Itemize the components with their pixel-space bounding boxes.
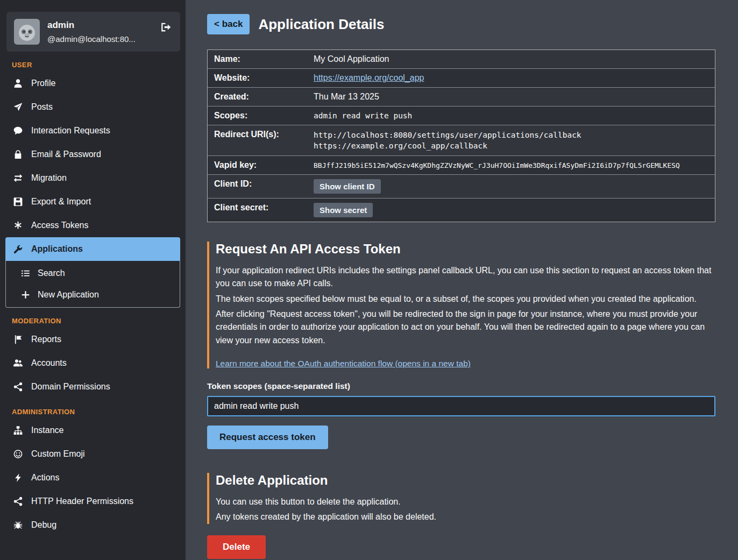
applications-submenu: Search New Application (5, 261, 180, 308)
sidebar-item-profile[interactable]: Profile (5, 72, 180, 95)
sidebar-item-accounts[interactable]: Accounts (5, 351, 180, 375)
bug-icon (13, 520, 23, 530)
detail-value: Show secret (307, 199, 715, 222)
sidebar-item-label: Interaction Requests (31, 125, 110, 136)
sidebar-item-label: Export & Import (31, 196, 91, 207)
sidebar-item-label: Instance (31, 425, 63, 436)
avatar (14, 19, 40, 45)
website-link[interactable]: https://example.org/cool_app (314, 73, 424, 83)
comment-icon (13, 126, 23, 136)
floppy-icon (13, 197, 23, 207)
sidebar: admin @admin@localhost:80... USER Profil… (0, 0, 186, 560)
user-card: admin @admin@localhost:80... (6, 12, 180, 52)
back-button[interactable]: < back (207, 14, 250, 34)
paper-plane-icon (13, 102, 23, 112)
sidebar-item-label: Migration (31, 173, 67, 183)
sidebar-item-interaction-requests[interactable]: Interaction Requests (5, 119, 180, 143)
detail-row-redirect-uris: Redirect URI(s): http://localhost:8080/s… (208, 125, 715, 156)
detail-row-client-secret: Client secret: Show secret (208, 199, 715, 222)
delete-paragraph: You can use this button to delete the ap… (216, 495, 715, 508)
redirect-uri: http://localhost:8080/settings/user/appl… (314, 130, 708, 140)
application-details-table: Name: My Cool Application Website: https… (207, 49, 715, 222)
main-content: < back Application Details Name: My Cool… (186, 0, 738, 560)
lock-icon (13, 150, 23, 159)
sidebar-item-domain-permissions[interactable]: Domain Permissions (5, 375, 180, 399)
detail-label: Scopes: (208, 107, 307, 125)
request-token-section: Request An API Access Token If your appl… (207, 242, 715, 368)
sidebar-item-label: Email & Password (31, 149, 101, 160)
detail-label: Vapid key: (208, 156, 307, 174)
detail-value: BBJffJ219b5iE512m7wQSzv4KgKDhgZZVzNyWC_r… (307, 156, 715, 174)
detail-value: My Cool Application (307, 50, 715, 68)
detail-label: Name: (208, 50, 307, 68)
sidebar-item-export-import[interactable]: Export & Import (5, 190, 180, 214)
delete-application-section: Delete Application You can use this butt… (207, 473, 715, 524)
sidebar-item-debug[interactable]: Debug (5, 513, 180, 537)
sidebar-item-label: Search (38, 268, 65, 279)
sidebar-item-label: New Application (38, 289, 99, 300)
list-icon (20, 268, 31, 278)
sidebar-item-label: HTTP Header Permissions (31, 496, 133, 507)
token-scopes-input[interactable] (207, 396, 715, 416)
sidebar-item-label: Reports (31, 334, 61, 345)
sidebar-item-migration[interactable]: Migration (5, 166, 180, 190)
detail-label: Website: (208, 69, 307, 87)
request-token-paragraph: The token scopes specified below must be… (216, 293, 715, 306)
wrench-icon (13, 244, 23, 254)
oauth-docs-link[interactable]: Learn more about the OAuth authenticatio… (216, 359, 471, 368)
delete-button[interactable]: Delete (207, 535, 266, 559)
user-icon (13, 79, 23, 88)
detail-row-scopes: Scopes: admin read write push (208, 107, 715, 125)
page-header: < back Application Details (207, 14, 715, 34)
sidebar-item-email-password[interactable]: Email & Password (5, 143, 180, 166)
sidebar-item-label: Applications (31, 244, 83, 254)
detail-row-created: Created: Thu Mar 13 2025 (208, 88, 715, 107)
sidebar-nav-moderation: Reports Accounts Domain Permissions (0, 328, 186, 399)
token-scopes-label: Token scopes (space-separated list) (207, 381, 715, 391)
detail-value: Thu Mar 13 2025 (307, 88, 715, 106)
detail-row-client-id: Client ID: Show client ID (208, 175, 715, 199)
show-secret-button[interactable]: Show secret (314, 203, 373, 217)
user-meta: admin @admin@localhost:80... (47, 20, 136, 44)
redirect-uri: https://example.org/cool_app/callback (314, 140, 708, 151)
detail-value: admin read write push (307, 107, 715, 125)
request-token-paragraph: After clicking "Request access token", y… (216, 308, 715, 347)
sidebar-item-applications[interactable]: Applications (5, 237, 180, 261)
user-name: admin (47, 20, 136, 31)
sidebar-item-applications-new[interactable]: New Application (6, 284, 180, 306)
user-handle: @admin@localhost:80... (47, 34, 136, 44)
sitemap-icon (13, 426, 23, 435)
sidebar-section-label-user: USER (12, 61, 186, 69)
request-access-token-button[interactable]: Request access token (207, 426, 328, 449)
users-icon (13, 358, 23, 368)
request-token-heading: Request An API Access Token (216, 242, 715, 257)
delete-application-heading: Delete Application (216, 473, 715, 488)
request-token-paragraph: If your application redirect URIs includ… (216, 264, 715, 290)
sidebar-item-http-header-permissions[interactable]: HTTP Header Permissions (5, 490, 180, 513)
sidebar-item-label: Posts (31, 102, 53, 112)
smile-icon (13, 449, 23, 459)
sidebar-item-applications-search[interactable]: Search (6, 263, 180, 284)
sidebar-item-custom-emoji[interactable]: Custom Emoji (5, 442, 180, 466)
sidebar-item-label: Actions (31, 472, 59, 483)
sidebar-section-label-moderation: MODERATION (12, 317, 186, 325)
sidebar-item-instance[interactable]: Instance (5, 419, 180, 442)
detail-value: https://example.org/cool_app (307, 69, 715, 87)
sidebar-item-access-tokens[interactable]: Access Tokens (5, 214, 180, 237)
detail-label: Redirect URI(s): (208, 125, 307, 155)
logout-icon[interactable] (160, 22, 172, 35)
sidebar-item-label: Profile (31, 78, 55, 89)
sidebar-item-reports[interactable]: Reports (5, 328, 180, 351)
sidebar-item-actions[interactable]: Actions (5, 466, 180, 490)
sidebar-item-label: Domain Permissions (31, 381, 110, 392)
show-client-id-button[interactable]: Show client ID (314, 179, 381, 194)
asterisk-icon (13, 221, 23, 230)
plus-icon (20, 290, 31, 300)
sidebar-item-label: Debug (31, 520, 56, 530)
sidebar-item-label: Accounts (31, 358, 67, 368)
sidebar-item-label: Custom Emoji (31, 449, 85, 459)
page-title: Application Details (258, 16, 384, 33)
detail-row-website: Website: https://example.org/cool_app (208, 69, 715, 88)
detail-label: Created: (208, 88, 307, 106)
sidebar-item-posts[interactable]: Posts (5, 95, 180, 119)
